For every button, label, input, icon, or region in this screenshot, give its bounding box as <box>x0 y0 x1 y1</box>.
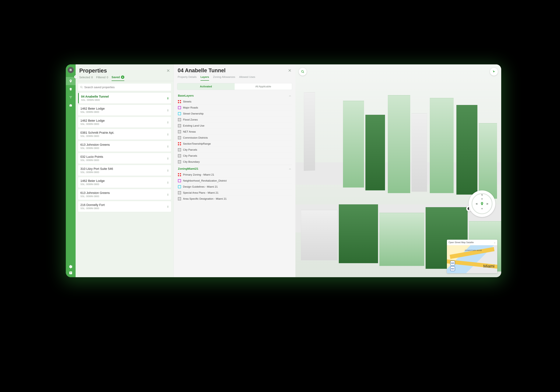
cursor-icon <box>492 70 495 73</box>
tab-saved[interactable]: Saved 9 <box>111 75 124 81</box>
layers-icon <box>69 87 72 91</box>
layer-row[interactable]: Existing Land Use <box>177 123 292 129</box>
layer-label: Neighborhood_Revitalization_District <box>183 179 227 182</box>
map-building <box>412 113 427 192</box>
minimap-district-label: DOWNTOWN MIAMI <box>465 250 482 251</box>
layer-group-header[interactable]: ZoningMiami21︿ <box>177 165 292 172</box>
properties-list[interactable]: 04 Anabelle TunnelSSL: 0099N 0800•••1462… <box>76 93 174 277</box>
layer-row[interactable]: Primary Zoning - Miami 21 <box>177 172 292 178</box>
map-building <box>339 204 378 263</box>
layer-row[interactable]: Flood Zones <box>177 117 292 123</box>
compass-down-icon[interactable]: ▼ <box>481 207 483 210</box>
layer-row[interactable]: Neighborhood_Revitalization_District <box>177 178 292 184</box>
close-detail-button[interactable]: ✕ <box>288 68 291 73</box>
layer-row[interactable]: Major Roads <box>177 105 292 111</box>
property-menu-button[interactable]: ••• <box>166 97 170 99</box>
search-input[interactable] <box>84 86 169 89</box>
tab-selected-label: Selected <box>79 76 90 79</box>
layer-row[interactable]: Special Area Plans - Miami 21 <box>177 190 292 196</box>
property-list-item[interactable]: 0381 Schmitt Prairie Apt.SSL: 0099N 0800… <box>78 129 171 140</box>
property-menu-button[interactable]: ••• <box>166 121 170 123</box>
tab-zoning-allowances[interactable]: Zoning Allowances <box>213 75 235 81</box>
layer-row[interactable]: City Boundary <box>177 159 292 165</box>
property-list-item[interactable]: 1462 Beier LodgeSSL: 0099N 0800••• <box>78 117 171 128</box>
layer-row[interactable]: Commission Districts <box>177 135 292 141</box>
map-building <box>343 101 364 188</box>
property-list-item[interactable]: 310 Litzy Port Suite 546SSL: 0099N 0800•… <box>78 165 171 176</box>
nav-settings[interactable] <box>69 265 72 269</box>
nav-filters[interactable] <box>66 93 76 101</box>
nav-properties[interactable] <box>66 77 76 85</box>
property-menu-button[interactable]: ••• <box>166 133 170 135</box>
property-list-item[interactable]: 613 Johnston GreensSSL: 0099N 0800••• <box>78 189 171 200</box>
property-ssl: SSL: 0099N 0800 <box>80 207 105 210</box>
map-compass[interactable]: N ▲ ▼ ◀ ▶ <box>469 191 495 217</box>
layer-row[interactable]: Area Specific Designation - Miami 21 <box>177 196 292 202</box>
minimap[interactable]: Open Street Map Satalite ⌄ 925 922 DOWNT… <box>447 240 497 273</box>
tab-layers[interactable]: Layers <box>200 75 209 81</box>
property-menu-button[interactable]: ••• <box>166 157 170 159</box>
avatar[interactable]: B <box>68 67 74 73</box>
property-list-item[interactable]: 032 Lucio PointsSSL: 0099N 0800••• <box>78 153 171 164</box>
property-menu-button[interactable]: ••• <box>166 145 170 147</box>
expand-rail-button[interactable] <box>74 75 77 78</box>
property-list-item[interactable]: 613 Johnston GreensSSL: 0099N 0800••• <box>78 141 171 152</box>
compass-left-icon[interactable]: ◀ <box>475 202 477 205</box>
property-list-item[interactable]: 216 Donnelly FortSSL: 0099N 0800••• <box>78 201 171 212</box>
tab-allowed-uses[interactable]: Allowed Uses <box>239 75 255 81</box>
layer-label: Major Roads <box>183 106 198 109</box>
property-list-item[interactable]: 04 Anabelle TunnelSSL: 0099N 0800••• <box>78 93 171 103</box>
close-properties-button[interactable]: ✕ <box>166 68 170 73</box>
layer-row[interactable]: NET Areas <box>177 129 292 135</box>
layer-swatch-icon <box>178 112 181 115</box>
layer-row[interactable]: Street Ownership <box>177 111 292 117</box>
map-building <box>456 105 477 195</box>
nav-layers[interactable] <box>66 85 76 93</box>
tab-filtered[interactable]: Filtered 0 <box>96 75 108 81</box>
nav-help[interactable]: ? <box>69 271 72 275</box>
layer-swatch-icon <box>178 142 181 145</box>
seg-all-applicable[interactable]: All Applicable <box>235 83 292 90</box>
layer-row[interactable]: City Parcels <box>177 153 292 159</box>
search-saved-properties[interactable] <box>78 84 171 91</box>
compass-up-icon[interactable]: ▲ <box>481 197 483 200</box>
map-building <box>380 213 424 266</box>
property-menu-button[interactable]: ••• <box>166 181 170 183</box>
tab-filtered-count: 0 <box>107 76 108 79</box>
map-cursor-button[interactable] <box>490 68 498 76</box>
map-search-button[interactable] <box>299 68 307 76</box>
briefcase-icon <box>69 104 72 107</box>
layer-group-header[interactable]: BaseLayers︿ <box>177 92 292 99</box>
seg-activated[interactable]: Activated <box>177 83 235 90</box>
tab-property-details[interactable]: Property Details <box>178 75 197 81</box>
property-name: 216 Donnelly Fort <box>80 203 105 207</box>
property-menu-button[interactable]: ••• <box>166 206 170 208</box>
map-building <box>301 210 337 261</box>
tab-selected[interactable]: Selected 8 <box>79 75 93 81</box>
layer-row[interactable]: City Parcels <box>177 147 292 153</box>
gear-icon <box>69 265 72 269</box>
layer-row[interactable]: SectionTownshipRange <box>177 141 292 147</box>
layer-group-name: BaseLayers <box>178 94 194 97</box>
layer-swatch-icon <box>178 100 181 103</box>
compass-right-icon[interactable]: ▶ <box>487 202 489 205</box>
property-menu-button[interactable]: ••• <box>166 169 170 171</box>
minimap-chevron-icon[interactable]: ⌄ <box>494 241 496 244</box>
layer-row[interactable]: Streets <box>177 99 292 105</box>
layer-swatch-icon <box>178 148 181 151</box>
nav-briefcase[interactable] <box>66 101 76 110</box>
property-menu-button[interactable]: ••• <box>166 109 170 111</box>
chevron-up-icon: ︿ <box>289 94 291 97</box>
map-building <box>430 98 454 193</box>
layer-row[interactable]: Design Guidelines - Miami 21 <box>177 184 292 190</box>
property-list-item[interactable]: 1462 Beier LodgeSSL: 0099N 0800••• <box>78 105 171 115</box>
property-list-item[interactable]: 1462 Beier LodgeSSL: 0099N 0800••• <box>78 177 171 188</box>
property-ssl: SSL: 0099N 0800 <box>80 183 105 186</box>
map-viewport[interactable]: N ▲ ▼ ◀ ▶ Open Street Map Satalite ⌄ 925… <box>295 64 501 277</box>
layers-list[interactable]: BaseLayers︿StreetsMajor RoadsStreet Owne… <box>174 92 295 277</box>
layer-swatch-icon <box>178 173 181 176</box>
layer-label: SectionTownshipRange <box>183 142 211 145</box>
layer-label: City Parcels <box>183 148 197 151</box>
minimap-image[interactable]: 925 922 DOWNTOWN MIAMI Miami <box>447 245 497 273</box>
property-menu-button[interactable]: ••• <box>166 193 170 195</box>
